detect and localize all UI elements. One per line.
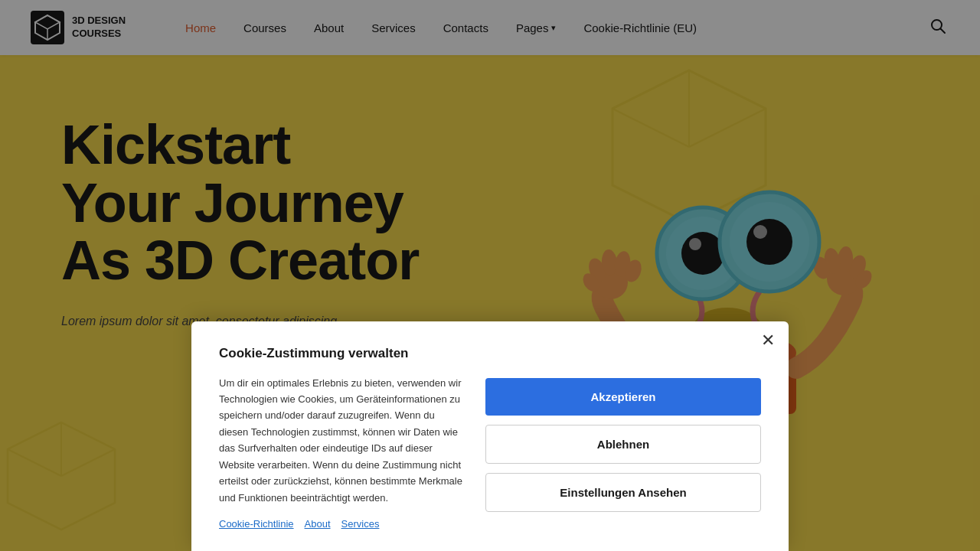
cookie-close-button[interactable]: ✕ xyxy=(761,332,775,349)
cookie-link-services[interactable]: Services xyxy=(341,518,380,530)
cookie-body: Um dir ein optimales Erlebnis zu bieten,… xyxy=(219,375,761,530)
cookie-dialog: ✕ Cookie-Zustimmung verwalten Um dir ein… xyxy=(191,321,789,552)
cookie-text-column: Um dir ein optimales Erlebnis zu bieten,… xyxy=(219,375,464,530)
cookie-decline-button[interactable]: Ablehnen xyxy=(485,425,761,464)
cookie-buttons: Akzeptieren Ablehnen Einstellungen Anseh… xyxy=(485,375,761,512)
cookie-links: Cookie-Richtlinie About Services xyxy=(219,518,464,530)
cookie-link-about[interactable]: About xyxy=(305,518,331,530)
cookie-title: Cookie-Zustimmung verwalten xyxy=(219,346,761,361)
cookie-link-policy[interactable]: Cookie-Richtlinie xyxy=(219,518,294,530)
cookie-body-text: Um dir ein optimales Erlebnis zu bieten,… xyxy=(219,375,464,507)
cookie-settings-button[interactable]: Einstellungen Ansehen xyxy=(485,473,761,512)
cookie-accept-button[interactable]: Akzeptieren xyxy=(485,378,761,416)
cookie-overlay: ✕ Cookie-Zustimmung verwalten Um dir ein… xyxy=(0,0,980,551)
